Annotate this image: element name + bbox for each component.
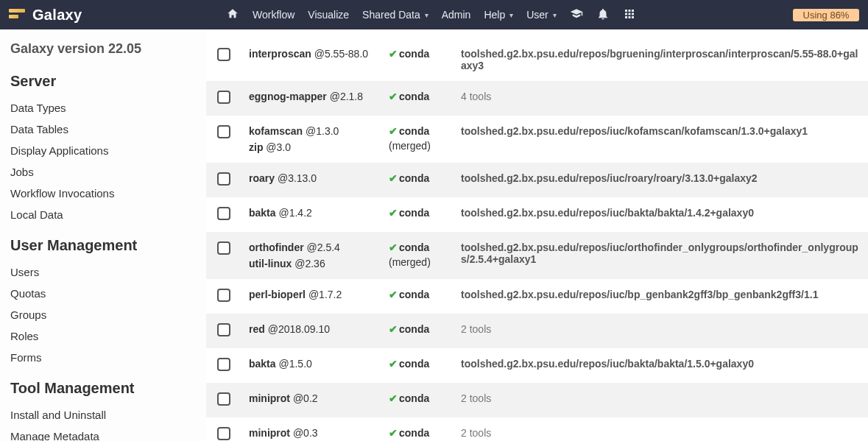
content: interproscan @5.55-88.0✔condatoolshed.g2… (206, 29, 868, 441)
used-by-cell: toolshed.g2.bx.psu.edu/repos/iuc/roary/r… (454, 163, 868, 197)
row-checkbox[interactable] (217, 48, 230, 61)
sidebar-item[interactable]: Install and Uninstall (10, 404, 196, 426)
table-row: eggnog-mapper @2.1.8✔conda4 tools (206, 81, 868, 116)
sidebar-item[interactable]: Users (10, 261, 196, 283)
table-row: miniprot @0.2✔conda2 tools (206, 383, 868, 417)
nav-user[interactable]: User (526, 9, 557, 21)
dependency-name: bakta @1.4.2 (241, 197, 381, 232)
grid-icon[interactable] (623, 7, 636, 23)
usage-badge[interactable]: Using 86% (793, 9, 859, 21)
resolver-cell: ✔conda (381, 197, 454, 232)
used-by-cell: toolshed.g2.bx.psu.edu/repos/iuc/bakta/b… (454, 197, 868, 232)
dependency-name: miniprot @0.2 (241, 383, 381, 417)
check-icon: ✔ (389, 241, 398, 253)
nav-help[interactable]: Help (484, 9, 513, 21)
row-checkbox[interactable] (217, 358, 230, 371)
used-by-cell: toolshed.g2.bx.psu.edu/repos/iuc/bp_genb… (454, 279, 868, 314)
dependency-name: red @2018.09.10 (241, 314, 381, 348)
sidebar: Galaxy version 22.05 ServerData TypesDat… (0, 29, 206, 441)
table-row: red @2018.09.10✔conda2 tools (206, 314, 868, 348)
resolver-cell: ✔conda (381, 383, 454, 417)
dependency-name: miniprot @0.3 (241, 417, 381, 441)
nav-workflow[interactable]: Workflow (253, 9, 294, 21)
table-row: interproscan @5.55-88.0✔condatoolshed.g2… (206, 38, 868, 81)
row-checkbox[interactable] (217, 427, 230, 440)
resolver-cell: ✔conda (381, 163, 454, 197)
dependencies-table: interproscan @5.55-88.0✔condatoolshed.g2… (206, 38, 868, 441)
graduation-icon[interactable] (570, 7, 583, 23)
topbar: Galaxy Workflow Visualize Shared Data Ad… (0, 0, 868, 29)
resolver-cell: ✔conda(merged) (381, 116, 454, 163)
check-icon: ✔ (389, 172, 398, 184)
table-row: bakta @1.5.0✔condatoolshed.g2.bx.psu.edu… (206, 348, 868, 383)
nav-links: Workflow Visualize Shared Data Admin Hel… (226, 7, 793, 23)
brand-text: Galaxy (32, 7, 82, 24)
dependency-name: roary @3.13.0 (241, 163, 381, 197)
sidebar-item[interactable]: Roles (10, 325, 196, 347)
used-by-cell: toolshed.g2.bx.psu.edu/repos/iuc/orthofi… (454, 232, 868, 279)
sidebar-item[interactable]: Quotas (10, 283, 196, 304)
sidebar-item[interactable]: Groups (10, 304, 196, 325)
section-header: Server (10, 73, 196, 90)
row-checkbox[interactable] (217, 241, 230, 255)
sidebar-item[interactable]: Data Tables (10, 119, 196, 140)
resolver-cell: ✔conda (381, 38, 454, 81)
used-by-cell: 2 tools (454, 417, 868, 441)
sidebar-item[interactable]: Jobs (10, 161, 196, 183)
resolver-cell: ✔conda (381, 348, 454, 383)
row-checkbox[interactable] (217, 392, 230, 406)
dependency-name: interproscan @5.55-88.0 (241, 38, 381, 81)
row-checkbox[interactable] (217, 172, 230, 186)
resolver-cell: ✔conda (381, 279, 454, 314)
home-icon[interactable] (226, 7, 239, 23)
row-checkbox[interactable] (217, 125, 230, 138)
version-label: Galaxy version 22.05 (10, 41, 196, 57)
check-icon: ✔ (389, 392, 398, 404)
table-row: miniprot @0.3✔conda2 tools (206, 417, 868, 441)
check-icon: ✔ (389, 358, 398, 370)
used-by-cell: toolshed.g2.bx.psu.edu/repos/iuc/bakta/b… (454, 348, 868, 383)
topbar-right: Using 86% (793, 9, 859, 21)
brand[interactable]: Galaxy (9, 7, 226, 24)
table-row: orthofinder @2.5.4util-linux @2.36✔conda… (206, 232, 868, 279)
sidebar-item[interactable]: Forms (10, 347, 196, 368)
sidebar-item[interactable]: Manage Metadata (10, 426, 196, 441)
row-checkbox[interactable] (217, 289, 230, 302)
table-row: bakta @1.4.2✔condatoolshed.g2.bx.psu.edu… (206, 197, 868, 232)
table-row: roary @3.13.0✔condatoolshed.g2.bx.psu.ed… (206, 163, 868, 197)
dependency-name: orthofinder @2.5.4util-linux @2.36 (241, 232, 381, 279)
used-by-cell: toolshed.g2.bx.psu.edu/repos/iuc/kofamsc… (454, 116, 868, 163)
section-header: User Management (10, 237, 196, 254)
galaxy-logo-icon (9, 9, 25, 21)
check-icon: ✔ (389, 207, 398, 219)
sidebar-item[interactable]: Workflow Invocations (10, 183, 196, 204)
resolver-cell: ✔conda (381, 81, 454, 116)
table-row: perl-bioperl @1.7.2✔condatoolshed.g2.bx.… (206, 279, 868, 314)
check-icon: ✔ (389, 427, 398, 439)
sidebar-item[interactable]: Local Data (10, 204, 196, 225)
sidebar-item[interactable]: Data Types (10, 97, 196, 119)
check-icon: ✔ (389, 323, 398, 335)
dependency-name: perl-bioperl @1.7.2 (241, 279, 381, 314)
used-by-cell: 2 tools (454, 383, 868, 417)
sidebar-item[interactable]: Display Applications (10, 140, 196, 161)
check-icon: ✔ (389, 125, 398, 137)
used-by-cell: 4 tools (454, 81, 868, 116)
bell-icon[interactable] (596, 7, 610, 23)
resolver-cell: ✔conda (381, 417, 454, 441)
dependency-name: bakta @1.5.0 (241, 348, 381, 383)
dependency-name: kofamscan @1.3.0zip @3.0 (241, 116, 381, 163)
check-icon: ✔ (389, 289, 398, 300)
nav-shared-data[interactable]: Shared Data (362, 9, 428, 21)
resolver-cell: ✔conda(merged) (381, 232, 454, 279)
section-header: Tool Management (10, 380, 196, 397)
used-by-cell: 2 tools (454, 314, 868, 348)
row-checkbox[interactable] (217, 323, 230, 336)
row-checkbox[interactable] (217, 207, 230, 220)
nav-admin[interactable]: Admin (442, 9, 471, 21)
check-icon: ✔ (389, 48, 398, 60)
nav-visualize[interactable]: Visualize (308, 9, 349, 21)
row-checkbox[interactable] (217, 91, 230, 104)
resolver-cell: ✔conda (381, 314, 454, 348)
used-by-cell: toolshed.g2.bx.psu.edu/repos/bgruening/i… (454, 38, 868, 81)
